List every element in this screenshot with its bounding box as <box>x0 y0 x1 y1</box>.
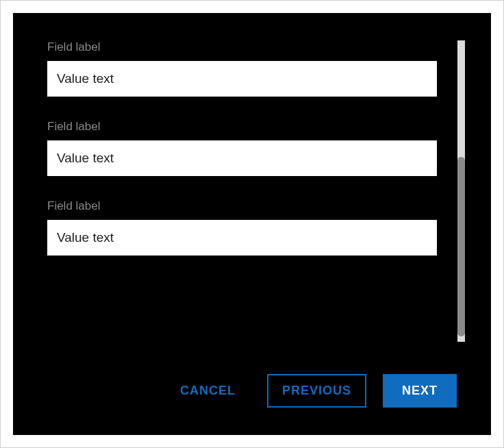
scrollbar-thumb[interactable] <box>457 157 465 336</box>
field-group: Field label <box>47 120 437 176</box>
field-group: Field label <box>47 40 437 97</box>
next-button[interactable]: Next <box>383 374 457 408</box>
previous-button[interactable]: Previous <box>267 374 366 408</box>
field-label: Field label <box>47 199 437 213</box>
fields-container: Field label Field label Field label <box>47 40 457 360</box>
field-label: Field label <box>47 40 437 54</box>
field-label: Field label <box>47 120 437 134</box>
cancel-button[interactable]: Cancel <box>165 374 251 408</box>
scrollbar-track[interactable] <box>457 40 465 342</box>
dialog: Field label Field label Field label Canc… <box>13 13 491 435</box>
form-area: Field label Field label Field label <box>47 40 457 360</box>
field-input[interactable] <box>47 220 437 256</box>
button-bar: Cancel Previous Next <box>47 374 457 408</box>
field-group: Field label <box>47 199 437 256</box>
field-input[interactable] <box>47 140 437 176</box>
outer-frame: Field label Field label Field label Canc… <box>0 0 504 448</box>
field-input[interactable] <box>47 61 437 97</box>
